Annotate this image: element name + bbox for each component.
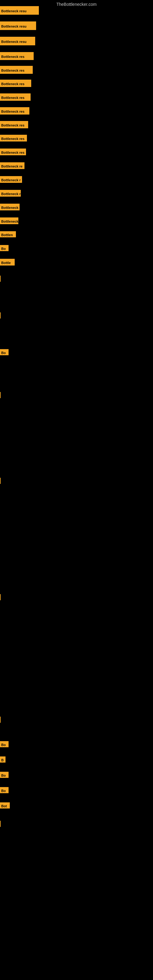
bar-label: Bottleneck res (0, 148, 26, 155)
bar-label: Bottleneck res (0, 94, 30, 101)
bar-item: Bottleneck resu (0, 6, 39, 15)
bar-tick (0, 594, 1, 600)
bar-item: B (0, 756, 5, 762)
bar-item: Bottleneck res (0, 66, 33, 74)
chart-container: TheBottlenecker.com Bottleneck resuBottl… (0, 0, 153, 980)
bar-item: Bottlen (0, 231, 16, 237)
bar-item: Bo (0, 245, 9, 251)
bar-item: Bottleneck r (0, 176, 22, 183)
bar-tick (0, 821, 1, 827)
bar-tick (0, 392, 1, 398)
bar-label: Bottleneck resu (0, 6, 39, 15)
bar-item: Bottleneck res (0, 94, 30, 101)
bar-label: Bottleneck res (0, 121, 28, 128)
bar-item: Bottleneck res (0, 52, 33, 60)
bar-tick (0, 275, 1, 282)
bar-label: Bottleneck resu (0, 21, 36, 30)
bar-label: Bo (0, 741, 9, 747)
bar-label: Bottleneck res (0, 107, 29, 115)
bar-label: Bo (0, 245, 9, 251)
bar-item (0, 821, 1, 827)
bar-label: Bottleneck r (0, 204, 19, 210)
bar-label: Bottleneck re (0, 162, 24, 169)
bar-item (0, 392, 1, 398)
bar-item: Bottleneck res (0, 107, 29, 115)
bar-tick (0, 478, 1, 484)
bar-label: Bo (0, 349, 9, 355)
bar-label: Bottleneck res (0, 135, 27, 142)
bar-item: Bo (0, 772, 9, 778)
bar-item: Bottleneck resu (0, 21, 36, 30)
bar-label: Bottleneck r (0, 218, 18, 224)
bar-item: Bot (0, 802, 10, 808)
bar-label: Bot (0, 802, 10, 808)
bar-label: Bottleneck r (0, 176, 22, 183)
bar-label: Bottleneck r (0, 190, 21, 197)
bar-item: Bo (0, 349, 9, 355)
bar-item (0, 478, 1, 484)
bar-label: Bottleneck res (0, 52, 33, 60)
bar-item (0, 312, 1, 318)
bar-item: Bottleneck resu (0, 37, 35, 45)
bar-item: Bo (0, 787, 9, 793)
bar-label: Bottle (0, 259, 15, 266)
bar-item (0, 594, 1, 600)
bar-label: Bottleneck resu (0, 37, 35, 45)
bar-label: Bottleneck res (0, 80, 31, 87)
bar-label: Bo (0, 772, 9, 778)
bar-item: Bottleneck r (0, 204, 19, 210)
bar-tick (0, 312, 1, 318)
bar-item: Bottleneck res (0, 135, 27, 142)
bar-item: Bottleneck res (0, 80, 31, 87)
bar-label: Bottleneck res (0, 66, 33, 74)
bar-item: Bottleneck re (0, 162, 24, 169)
bar-item (0, 717, 1, 723)
bar-item: Bottleneck r (0, 190, 21, 197)
bar-item (0, 275, 1, 282)
bar-label: Bo (0, 787, 9, 793)
bar-item: Bottleneck res (0, 121, 28, 128)
bar-item: Bo (0, 741, 9, 747)
bar-label: Bottlen (0, 231, 16, 237)
bar-tick (0, 717, 1, 723)
bar-label: B (0, 756, 5, 762)
bar-item: Bottleneck r (0, 218, 18, 224)
bar-item: Bottleneck res (0, 148, 26, 155)
bar-item: Bottle (0, 259, 15, 266)
